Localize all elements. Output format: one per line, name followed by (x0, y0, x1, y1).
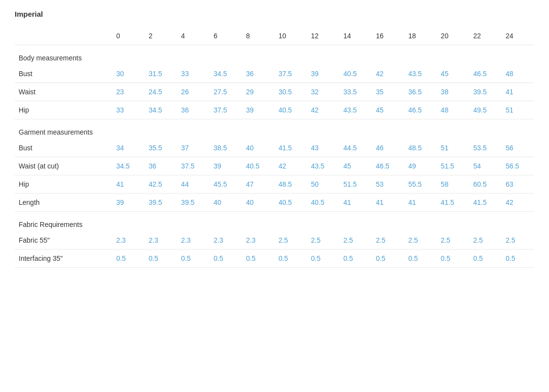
cell-value: 37.5 (177, 157, 210, 175)
cell-value: 39.5 (469, 83, 502, 101)
table-row: Bust3435.53738.54041.54344.54648.55153.5… (15, 139, 534, 157)
row-label: Length (15, 194, 112, 212)
section-header-0: Body measurements (15, 45, 534, 65)
section-header-1: Garment measurements (15, 119, 534, 140)
cell-value: 56 (502, 139, 534, 157)
cell-value: 42 (502, 194, 534, 212)
size-column-header-12: 12 (307, 27, 339, 45)
cell-value: 54 (469, 157, 502, 175)
cell-value: 40 (242, 194, 274, 212)
cell-value: 41.5 (437, 194, 469, 212)
cell-value: 41.5 (274, 139, 307, 157)
cell-value: 2.5 (502, 231, 534, 250)
cell-value: 33 (112, 101, 145, 119)
section-title-1: Garment measurements (15, 119, 534, 140)
cell-value: 40.5 (339, 65, 372, 83)
table-row: Waist (at cut)34.53637.53940.54243.54546… (15, 157, 534, 175)
row-label: Hip (15, 175, 112, 194)
cell-value: 0.5 (274, 250, 307, 268)
cell-value: 2.5 (339, 231, 372, 250)
cell-value: 2.3 (242, 231, 274, 250)
cell-value: 34.5 (112, 157, 145, 175)
cell-value: 2.5 (307, 231, 339, 250)
cell-value: 39.5 (145, 194, 177, 212)
cell-value: 34.5 (145, 101, 177, 119)
cell-value: 2.5 (437, 231, 469, 250)
cell-value: 60.5 (469, 175, 502, 194)
cell-value: 43 (307, 139, 339, 157)
size-column-header-24: 24 (502, 27, 534, 45)
table-row: Hip4142.54445.54748.55051.55355.55860.56… (15, 175, 534, 194)
cell-value: 46.5 (469, 65, 502, 83)
size-column-header-16: 16 (372, 27, 404, 45)
table-row: Hip3334.53637.53940.54243.54546.54849.55… (15, 101, 534, 119)
cell-value: 39 (112, 194, 145, 212)
size-column-header-0: 0 (112, 27, 145, 45)
cell-value: 40.5 (274, 101, 307, 119)
cell-value: 37.5 (210, 101, 242, 119)
cell-value: 40 (242, 139, 274, 157)
cell-value: 36 (177, 101, 210, 119)
cell-value: 53 (372, 175, 404, 194)
section-title-0: Body measurements (15, 45, 534, 65)
cell-value: 0.5 (242, 250, 274, 268)
cell-value: 45 (339, 157, 372, 175)
column-header-row: 024681012141618202224 (15, 27, 534, 45)
cell-value: 49.5 (469, 101, 502, 119)
row-label: Fabric 55" (15, 231, 112, 250)
cell-value: 0.5 (177, 250, 210, 268)
cell-value: 23 (112, 83, 145, 101)
cell-value: 30.5 (274, 83, 307, 101)
cell-value: 35.5 (145, 139, 177, 157)
cell-value: 45.5 (210, 175, 242, 194)
table-row: Bust3031.53334.53637.53940.54243.54546.5… (15, 65, 534, 83)
cell-value: 29 (242, 83, 274, 101)
cell-value: 38 (437, 83, 469, 101)
cell-value: 48 (437, 101, 469, 119)
cell-value: 2.5 (274, 231, 307, 250)
row-label: Interfacing 35" (15, 250, 112, 268)
cell-value: 44 (177, 175, 210, 194)
cell-value: 40.5 (242, 157, 274, 175)
cell-value: 50 (307, 175, 339, 194)
cell-value: 41 (502, 83, 534, 101)
cell-value: 41 (339, 194, 372, 212)
cell-value: 34 (112, 139, 145, 157)
cell-value: 26 (177, 83, 210, 101)
cell-value: 39.5 (177, 194, 210, 212)
cell-value: 48.5 (274, 175, 307, 194)
size-column-header-10: 10 (274, 27, 307, 45)
cell-value: 48 (502, 65, 534, 83)
cell-value: 33.5 (339, 83, 372, 101)
cell-value: 41 (372, 194, 404, 212)
cell-value: 2.3 (145, 231, 177, 250)
cell-value: 47 (242, 175, 274, 194)
cell-value: 42 (274, 157, 307, 175)
cell-value: 33 (177, 65, 210, 83)
table-row: Length3939.539.5404040.540.541414141.541… (15, 194, 534, 212)
cell-value: 51 (502, 101, 534, 119)
cell-value: 31.5 (145, 65, 177, 83)
cell-value: 0.5 (502, 250, 534, 268)
cell-value: 39 (210, 157, 242, 175)
cell-value: 53.5 (469, 139, 502, 157)
cell-value: 49 (405, 157, 437, 175)
cell-value: 41 (405, 194, 437, 212)
cell-value: 43.5 (405, 65, 437, 83)
cell-value: 45 (437, 65, 469, 83)
cell-value: 37.5 (274, 65, 307, 83)
cell-value: 42 (372, 65, 404, 83)
cell-value: 0.5 (372, 250, 404, 268)
size-column-header-8: 8 (242, 27, 274, 45)
cell-value: 58 (437, 175, 469, 194)
table-row: Waist2324.52627.52930.53233.53536.53839.… (15, 83, 534, 101)
cell-value: 51.5 (437, 157, 469, 175)
cell-value: 2.3 (177, 231, 210, 250)
cell-value: 46.5 (405, 101, 437, 119)
cell-value: 51 (437, 139, 469, 157)
cell-value: 0.5 (145, 250, 177, 268)
size-column-header-20: 20 (437, 27, 469, 45)
cell-value: 45 (372, 101, 404, 119)
cell-value: 32 (307, 83, 339, 101)
cell-value: 0.5 (469, 250, 502, 268)
